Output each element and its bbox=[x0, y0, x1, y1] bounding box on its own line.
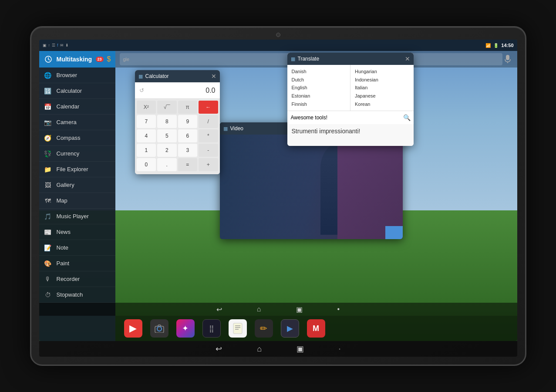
translate-lang-italian[interactable]: Italian bbox=[355, 84, 409, 92]
status-icon-6: ⬇ bbox=[65, 43, 69, 47]
calc-row-5: 0 . = + bbox=[137, 158, 218, 171]
dock-gmail-icon[interactable]: M bbox=[307, 319, 325, 338]
video-corner-accent bbox=[385, 226, 403, 239]
sidebar-item-paint[interactable]: 🎨 Paint bbox=[39, 256, 115, 271]
calculator-title-text: Calculator bbox=[145, 73, 209, 79]
recorder-label: Recorder bbox=[57, 276, 80, 282]
bottom-dot: • bbox=[339, 347, 340, 351]
paint-icon: 🎨 bbox=[44, 259, 52, 268]
dock-pencils-icon[interactable]: ✏ bbox=[255, 319, 273, 338]
browser-label: Browser bbox=[57, 72, 78, 78]
translate-lang-indonesian[interactable]: Indonesian bbox=[355, 76, 409, 84]
calc-btn-9[interactable]: 9 bbox=[178, 115, 198, 128]
calc-btn-square[interactable]: X² bbox=[137, 101, 156, 114]
sidebar-item-note[interactable]: 📝 Note bbox=[39, 240, 115, 256]
multitasking-icon bbox=[44, 54, 53, 64]
sidebar-item-music-player[interactable]: 🎵 Music Player bbox=[39, 209, 115, 224]
sidebar-item-currency[interactable]: 💱 Currency bbox=[39, 146, 115, 162]
calc-btn-equals[interactable]: = bbox=[178, 158, 198, 171]
bottom-recents-button[interactable]: ▣ bbox=[297, 344, 304, 354]
sidebar-item-stopwatch[interactable]: ⏱ Stopwatch bbox=[39, 287, 115, 303]
calc-btn-plus[interactable]: + bbox=[199, 158, 218, 171]
translate-search-input[interactable] bbox=[287, 112, 401, 123]
calc-btn-minus[interactable]: - bbox=[199, 144, 218, 157]
calc-btn-2[interactable]: 2 bbox=[157, 144, 177, 157]
calc-btn-0[interactable]: 0 bbox=[137, 158, 156, 171]
calc-btn-3[interactable]: 3 bbox=[178, 144, 198, 157]
calc-btn-divide[interactable]: / bbox=[199, 115, 218, 128]
stopwatch-icon: ⏱ bbox=[44, 291, 52, 299]
translate-title-icon: ▦ bbox=[291, 56, 295, 62]
calc-btn-multiply[interactable]: * bbox=[199, 129, 218, 142]
dock-youtube-icon[interactable]: ▶ bbox=[124, 319, 142, 338]
sidebar-item-browser[interactable]: 🌐 Browser bbox=[39, 68, 115, 83]
calc-btn-6[interactable]: 6 bbox=[178, 129, 198, 142]
tablet-screen: ▣ ↑ ☰ f ✉ ⬇ 📶 🔋 14:50 bbox=[39, 40, 517, 341]
calculator-display: ↺ 0.0 bbox=[135, 82, 220, 99]
battery-icon: 🔋 bbox=[493, 43, 499, 48]
status-left: ▣ ↑ ☰ f ✉ ⬇ bbox=[43, 43, 69, 47]
calculator-display-value: 0.0 bbox=[206, 87, 215, 95]
sidebar-header[interactable]: Multitasking 23 $ bbox=[39, 51, 115, 68]
calc-btn-dot[interactable]: . bbox=[157, 158, 177, 171]
status-right: 📶 🔋 14:50 bbox=[485, 43, 513, 48]
calc-btn-backspace[interactable]: ← bbox=[199, 101, 218, 114]
dock-colorful-app-icon[interactable]: ✦ bbox=[176, 319, 195, 338]
calc-btn-1[interactable]: 1 bbox=[137, 144, 156, 157]
translate-lang-hungarian[interactable]: Hungarian bbox=[355, 68, 409, 76]
calc-row-2: 7 8 9 / bbox=[137, 115, 218, 128]
bottom-home-button[interactable]: ⌂ bbox=[257, 345, 262, 354]
calculator-window: ▦ Calculator ✕ ↺ 0.0 X² √‾‾ π ← 7 8 9 bbox=[135, 70, 220, 174]
camera-icon: 📷 bbox=[44, 118, 52, 127]
sidebar-item-compass[interactable]: 🧭 Compass bbox=[39, 130, 115, 146]
translate-close-button[interactable]: ✕ bbox=[405, 56, 410, 62]
translate-col-right: Hungarian Indonesian Italian Japanese Ko… bbox=[350, 65, 414, 111]
dock-grid-app-icon[interactable]: ⣿ bbox=[202, 319, 221, 338]
svg-rect-4 bbox=[155, 326, 164, 333]
news-label: News bbox=[57, 229, 71, 235]
nav-dot: • bbox=[337, 305, 340, 313]
dock-camera-app-icon[interactable] bbox=[150, 319, 168, 338]
calc-btn-5[interactable]: 5 bbox=[157, 129, 177, 142]
translate-lang-danish[interactable]: Danish bbox=[292, 68, 346, 76]
sidebar-item-map[interactable]: 🗺 Map bbox=[39, 193, 115, 209]
nav-home-button[interactable]: ⌂ bbox=[257, 305, 261, 313]
calc-row-1: X² √‾‾ π ← bbox=[137, 101, 218, 114]
video-content bbox=[220, 135, 403, 239]
sidebar-item-news[interactable]: 📰 News bbox=[39, 224, 115, 240]
camera-label: Camera bbox=[57, 119, 77, 125]
nav-back-button[interactable]: ↩ bbox=[216, 305, 222, 314]
bottom-back-button[interactable]: ↩ bbox=[216, 344, 222, 354]
dock-play-store-icon[interactable]: ▶ bbox=[281, 319, 299, 338]
calculator-close-button[interactable]: ✕ bbox=[211, 73, 216, 79]
note-label: Note bbox=[57, 244, 68, 251]
dock-notepad-app-icon[interactable] bbox=[229, 319, 247, 338]
search-mic[interactable] bbox=[502, 54, 513, 64]
sidebar-item-camera[interactable]: 📷 Camera bbox=[39, 115, 115, 130]
calc-btn-pi[interactable]: π bbox=[178, 101, 198, 114]
sidebar-item-gallery[interactable]: 🖼 Gallery bbox=[39, 177, 115, 193]
calc-btn-7[interactable]: 7 bbox=[137, 115, 156, 128]
sidebar-header-label: Multitasking bbox=[57, 56, 92, 63]
translate-languages: Danish Dutch English Estonian Finnish Hu… bbox=[287, 65, 414, 111]
translate-lang-japanese[interactable]: Japanese bbox=[355, 92, 409, 100]
sidebar-badge: 23 bbox=[96, 57, 104, 62]
calc-btn-8[interactable]: 8 bbox=[157, 115, 177, 128]
translate-lang-dutch[interactable]: Dutch bbox=[292, 76, 346, 84]
translate-lang-estonian[interactable]: Estonian bbox=[292, 92, 346, 100]
translate-search-icon[interactable]: 🔍 bbox=[401, 111, 414, 124]
status-icon-1: ▣ bbox=[43, 43, 47, 47]
wifi-icon: 📶 bbox=[485, 43, 491, 48]
calc-btn-4[interactable]: 4 bbox=[137, 129, 156, 142]
sidebar-item-file-explorer[interactable]: 📁 File Explorer bbox=[39, 162, 115, 177]
translate-lang-korean[interactable]: Korean bbox=[355, 100, 409, 108]
sidebar-item-calendar[interactable]: 📅 Calendar bbox=[39, 99, 115, 115]
translate-lang-finnish[interactable]: Finnish bbox=[292, 100, 346, 108]
svg-rect-5 bbox=[233, 323, 242, 334]
sidebar-item-recorder[interactable]: 🎙 Recorder bbox=[39, 271, 115, 287]
sidebar-item-calculator[interactable]: 🔢 Calculator bbox=[39, 83, 115, 99]
camera-dot bbox=[276, 33, 280, 37]
translate-lang-english[interactable]: English bbox=[292, 84, 346, 92]
calc-btn-sqrt[interactable]: √‾‾ bbox=[157, 101, 177, 114]
nav-recents-button[interactable]: ▣ bbox=[296, 305, 303, 314]
